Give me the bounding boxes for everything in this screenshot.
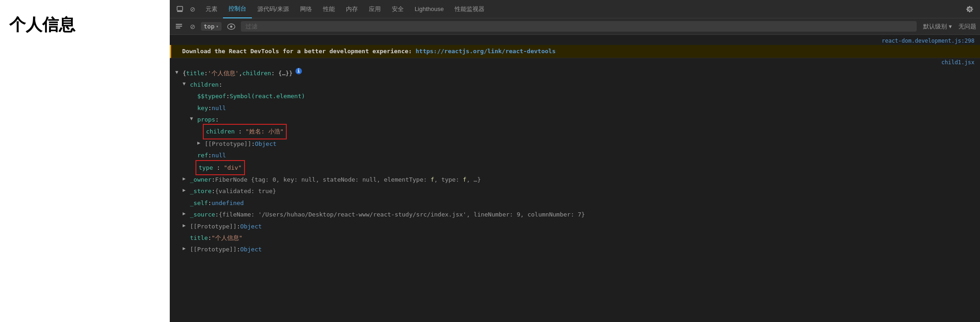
tree-source[interactable]: _source : {fileName: '/Users/huhao/Deskt… (175, 209, 974, 220)
props-proto-triangle-icon[interactable] (197, 139, 203, 148)
react-devtools-link[interactable]: https://reactjs.org/link/react-devtools (416, 48, 556, 55)
settings-btn[interactable] (964, 5, 975, 14)
block-btn[interactable]: ⊘ (188, 5, 197, 13)
tree-props-proto[interactable]: [[Prototype]] : Object (175, 138, 974, 150)
page-title: 个人信息 (9, 14, 75, 36)
tree-ref: ref : null (175, 150, 974, 161)
console-toolbar: ⊘ top ▾ 默认级别 ▾ 无问题 (170, 18, 980, 35)
file-ref-2[interactable]: child1.jsx (170, 58, 980, 67)
tree-props-children: children : "姓名: 小浩" (175, 125, 974, 138)
warning-message-1: Download the React DevTools for a better… (170, 45, 980, 58)
proto1-triangle-icon[interactable] (183, 221, 188, 230)
svg-point-6 (230, 25, 232, 28)
tab-performance[interactable]: 性能 (317, 0, 340, 18)
log-level-arrow-icon: ▾ (949, 23, 952, 30)
tab-application[interactable]: 应用 (363, 0, 386, 18)
nav-tabs: 元素 控制台 源代码/来源 网络 性能 内存 应用 安全 Lighthouse … (200, 0, 490, 18)
eye-btn[interactable] (225, 22, 237, 31)
svg-rect-2 (176, 24, 182, 25)
tree-store[interactable]: _store : {validated: true} (175, 185, 974, 197)
tree-proto-2[interactable]: [[Prototype]] : Object (175, 244, 974, 255)
devtools-tabbar: ⊘ 元素 控制台 源代码/来源 网络 性能 内存 应用 安全 Lighthous… (170, 0, 980, 18)
tree-typeof: $$typeof : Symbol(react.element) (175, 90, 974, 102)
clear-console-btn[interactable] (173, 22, 184, 31)
source-triangle-icon[interactable] (183, 209, 188, 218)
tree-type: type : "div" (175, 161, 974, 174)
tree-root[interactable]: { title : '个人信息' , children : {…}} i (175, 67, 974, 79)
tab-network[interactable]: 网络 (295, 0, 317, 18)
file-ref-1[interactable]: react-dom.development.js:298 (170, 37, 980, 45)
tab-elements[interactable]: 元素 (200, 0, 223, 18)
console-content: react-dom.development.js:298 Download th… (170, 35, 980, 322)
tree-owner[interactable]: _owner : FiberNode {tag: 0, key: null, s… (175, 174, 974, 185)
tree-self: _self : undefined (175, 197, 974, 209)
tab-lighthouse[interactable]: Lighthouse (409, 0, 450, 18)
context-selector[interactable]: top ▾ (201, 22, 222, 31)
left-panel: 个人信息 (0, 0, 170, 322)
tree-children[interactable]: children : (175, 79, 974, 90)
children-triangle-icon[interactable] (183, 79, 188, 89)
info-badge[interactable]: i (295, 68, 302, 74)
devtools-panel: ⊘ 元素 控制台 源代码/来源 网络 性能 内存 应用 安全 Lighthous… (170, 0, 980, 322)
store-triangle-icon[interactable] (183, 186, 188, 195)
svg-rect-0 (177, 6, 183, 11)
object-tree: { title : '个人信息' , children : {…}} i chi… (170, 67, 980, 256)
tab-console[interactable]: 控制台 (223, 0, 252, 18)
dropdown-arrow-icon: ▾ (216, 24, 218, 29)
block-console-btn[interactable]: ⊘ (188, 22, 197, 31)
props-triangle-icon[interactable] (190, 114, 195, 123)
log-level-dropdown[interactable]: 默认级别 ▾ (920, 22, 955, 32)
tree-proto-1[interactable]: [[Prototype]] : Object (175, 221, 974, 232)
inspect-element-btn[interactable] (174, 5, 185, 14)
tree-title: title : "个人信息" (175, 232, 974, 244)
svg-rect-4 (176, 28, 180, 28)
tab-perf-monitor[interactable]: 性能监视器 (449, 0, 490, 18)
root-triangle-icon[interactable] (175, 68, 181, 77)
tree-props[interactable]: props : (175, 114, 974, 125)
no-issues-label: 无问题 (958, 22, 976, 31)
warning-text: Download the React DevTools for a better… (182, 48, 556, 55)
svg-rect-1 (177, 11, 183, 12)
tab-memory[interactable]: 内存 (340, 0, 363, 18)
tab-security[interactable]: 安全 (386, 0, 409, 18)
proto2-triangle-icon[interactable] (183, 244, 188, 253)
tab-source[interactable]: 源代码/来源 (252, 0, 295, 18)
owner-triangle-icon[interactable] (183, 174, 188, 183)
tree-key: key : null (175, 102, 974, 114)
svg-rect-3 (176, 26, 182, 27)
filter-input[interactable] (241, 21, 917, 32)
